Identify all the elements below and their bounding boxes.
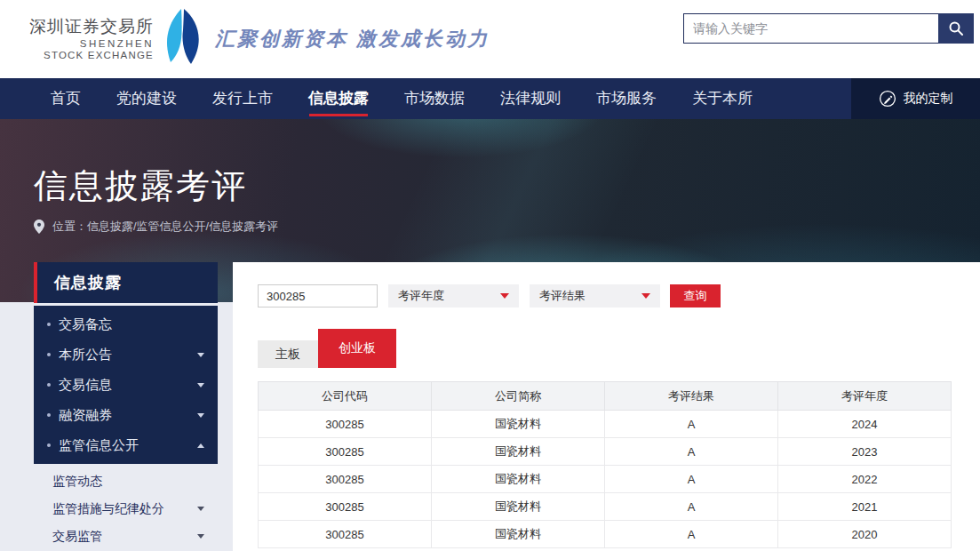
tab[interactable]: 创业板 — [318, 329, 396, 368]
tab[interactable]: 主板 — [258, 340, 318, 368]
sidebar-subitem-label: 监管措施与纪律处分 — [52, 501, 164, 517]
sidebar-item-label: 交易备忘 — [59, 316, 112, 333]
sidebar-item-label: 融资融券 — [59, 407, 112, 424]
chevron-down-icon — [500, 293, 509, 299]
logo-text: 深圳证券交易所 SHENZHEN STOCK EXCHANGE — [29, 17, 154, 61]
page: 深圳证券交易所 SHENZHEN STOCK EXCHANGE 汇聚创新资本 激… — [0, 0, 980, 551]
chevron-down-icon — [641, 293, 650, 299]
my-customization-button[interactable]: 我的定制 — [851, 78, 980, 119]
sidebar-item-label: 监管信息公开 — [59, 437, 139, 454]
sidebar-title: 信息披露 — [34, 262, 218, 303]
table-header-cell: 考评结果 — [605, 382, 778, 411]
table-cell: 2022 — [778, 466, 952, 493]
table-cell: 国瓷材料 — [432, 438, 605, 466]
table-cell: 2024 — [778, 411, 952, 438]
logo-title-cn: 深圳证券交易所 — [29, 17, 154, 36]
nav-item[interactable]: 党的建设 — [116, 78, 177, 119]
bullet-icon — [47, 383, 51, 387]
my-customization-label: 我的定制 — [904, 91, 953, 107]
evaluation-year-dropdown[interactable]: 考评年度 — [388, 284, 519, 307]
table-header-row: 公司代码公司简称考评结果考评年度 — [259, 382, 952, 411]
table-cell: 300285 — [259, 411, 432, 438]
nav-item[interactable]: 信息披露 — [308, 78, 369, 119]
table-cell: 国瓷材料 — [432, 493, 605, 521]
sidebar-item[interactable]: 监管信息公开 — [34, 430, 218, 460]
table-cell: 300285 — [259, 493, 432, 521]
table-cell: 300285 — [259, 521, 432, 548]
sidebar-subitem[interactable]: 交易监管 — [34, 523, 218, 550]
sidebar-subitem[interactable]: 监管动态 — [34, 467, 218, 495]
nav-item[interactable]: 关于本所 — [692, 78, 753, 119]
table-cell: 2020 — [778, 521, 952, 548]
logo-title-en2: STOCK EXCHANGE — [29, 50, 154, 61]
site-search-input[interactable] — [683, 13, 938, 44]
top-header: 深圳证券交易所 SHENZHEN STOCK EXCHANGE 汇聚创新资本 激… — [0, 0, 980, 78]
sidebar: 信息披露 交易备忘本所公告交易信息融资融券监管信息公开 监管动态监管措施与纪律处… — [34, 262, 218, 550]
nav-item[interactable]: 市场服务 — [596, 78, 657, 119]
bullet-icon — [47, 443, 51, 447]
brand-slogan: 汇聚创新资本 激发成长动力 — [215, 26, 490, 52]
table-cell: 国瓷材料 — [432, 521, 605, 548]
logo-title-en1: SHENZHEN — [29, 38, 154, 50]
page-title: 信息披露考评 — [34, 164, 247, 209]
table-cell: 国瓷材料 — [432, 411, 605, 438]
table-cell: A — [605, 466, 778, 493]
breadcrumb-text: 位置：信息披露/监管信息公开/信息披露考评 — [52, 219, 278, 235]
table-row: 300285国瓷材料A2022 — [259, 466, 952, 493]
filter-bar: 考评年度 考评结果 查询 — [258, 284, 955, 307]
sidebar-item[interactable]: 本所公告 — [34, 339, 218, 370]
results-table-wrap: 公司代码公司简称考评结果考评年度300285国瓷材料A2024300285国瓷材… — [258, 381, 955, 548]
table-cell: 300285 — [259, 466, 432, 493]
company-code-input[interactable] — [258, 284, 378, 307]
location-pin-icon — [34, 220, 44, 234]
customize-icon — [879, 90, 896, 108]
table-cell: 2023 — [778, 438, 952, 466]
evaluation-year-dropdown-label: 考评年度 — [398, 288, 444, 304]
nav-item[interactable]: 发行上市 — [212, 78, 273, 119]
nav-list: 首页党的建设发行上市信息披露市场数据法律规则市场服务关于本所 — [51, 78, 788, 119]
nav-item[interactable]: 法律规则 — [500, 78, 561, 119]
site-search — [683, 13, 974, 44]
table-cell: A — [605, 521, 778, 548]
sidebar-item[interactable]: 融资融券 — [34, 400, 218, 430]
table-cell: A — [605, 438, 778, 466]
sidebar-menu: 交易备忘本所公告交易信息融资融券监管信息公开 — [34, 306, 218, 464]
sidebar-submenu: 监管动态监管措施与纪律处分交易监管 — [34, 464, 218, 550]
table-row: 300285国瓷材料A2023 — [259, 438, 952, 466]
sidebar-subitem-label: 交易监管 — [52, 529, 102, 545]
bullet-icon — [47, 323, 51, 326]
evaluation-result-dropdown[interactable]: 考评结果 — [530, 284, 660, 307]
query-button[interactable]: 查询 — [670, 284, 721, 307]
site-search-button[interactable] — [938, 13, 974, 44]
bullet-icon — [47, 413, 51, 417]
table-row: 300285国瓷材料A2024 — [259, 411, 952, 438]
chevron-down-icon — [197, 507, 204, 511]
chevron-down-icon — [197, 353, 204, 357]
table-header-cell: 公司简称 — [432, 382, 605, 411]
sidebar-subitem[interactable]: 监管措施与纪律处分 — [34, 495, 218, 523]
content-card: 考评年度 考评结果 查询 主板创业板 公司代码公司简称考评结果考评年度30028… — [233, 262, 980, 551]
chevron-down-icon — [197, 383, 204, 387]
sidebar-item[interactable]: 交易信息 — [34, 370, 218, 400]
board-tabs: 主板创业板 — [258, 329, 955, 368]
nav-item[interactable]: 首页 — [51, 78, 81, 119]
chevron-down-icon — [197, 413, 204, 418]
table-row: 300285国瓷材料A2021 — [259, 493, 952, 521]
nav-item[interactable]: 市场数据 — [404, 78, 465, 119]
table-cell: 300285 — [259, 438, 432, 466]
chevron-down-icon — [197, 534, 204, 539]
chevron-up-icon — [197, 443, 204, 448]
szse-leaf-logo-icon — [162, 9, 203, 64]
breadcrumb: 位置：信息披露/监管信息公开/信息披露考评 — [34, 219, 278, 235]
sidebar-title-label: 信息披露 — [54, 272, 122, 293]
results-table: 公司代码公司简称考评结果考评年度300285国瓷材料A2024300285国瓷材… — [258, 381, 952, 548]
main-nav: 首页党的建设发行上市信息披露市场数据法律规则市场服务关于本所 我的定制 — [0, 78, 980, 119]
table-cell: A — [605, 411, 778, 438]
sidebar-item-label: 本所公告 — [59, 347, 112, 363]
szse-logo[interactable]: 深圳证券交易所 SHENZHEN STOCK EXCHANGE — [29, 14, 203, 64]
table-cell: A — [605, 493, 778, 521]
sidebar-subitem-label: 监管动态 — [52, 474, 102, 490]
table-cell: 国瓷材料 — [432, 466, 605, 493]
sidebar-item-label: 交易信息 — [59, 377, 112, 394]
sidebar-item[interactable]: 交易备忘 — [34, 309, 218, 339]
